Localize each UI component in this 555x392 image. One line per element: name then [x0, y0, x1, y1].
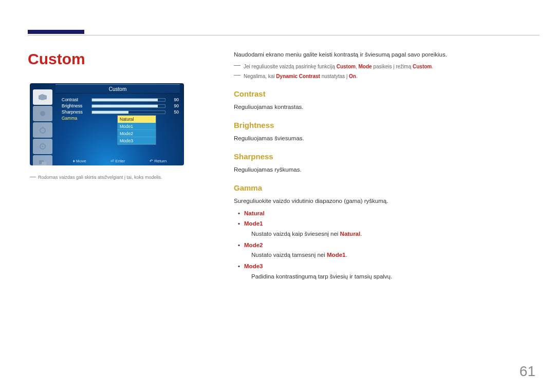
osd-label: Sharpness [62, 109, 91, 115]
osd-slider-fill [92, 105, 158, 107]
osd-slider [91, 104, 165, 108]
section-head-gamma: Gamma [234, 182, 534, 194]
bullet-dot-icon: • [238, 219, 240, 229]
gamma-bullet-mode2-desc: Nustato vaizdą tamsesnį nei Mode1. [238, 251, 534, 260]
svg-rect-6 [42, 162, 46, 165]
osd-gamma-dropdown: Natural Mode1 Mode2 Mode3 [117, 115, 156, 145]
osd-slider-fill [92, 111, 128, 114]
osd-hint-enter: ⏎ Enter [110, 159, 125, 163]
bullet-dot-icon: • [238, 262, 240, 271]
osd-label: Gamma [62, 116, 91, 121]
osd-tab-setup-icon [33, 139, 52, 154]
osd-value: 90 [169, 103, 179, 108]
osd-option: Natural [118, 116, 156, 123]
osd-row-sharpness: Sharpness 50 [62, 109, 179, 115]
osd-row-brightness: Brightness 90 [62, 103, 179, 109]
dash-icon: ― [234, 72, 240, 81]
gamma-bullet-mode1-desc: Nustato vaizdą kaip šviesesnį nei Natura… [238, 230, 534, 239]
osd-value: 50 [169, 109, 179, 115]
section-body-contrast: Reguliuojamas kontrastas. [234, 103, 534, 112]
osd-tab-timer-icon [33, 122, 52, 138]
bullet-dot-icon: • [238, 241, 240, 250]
svg-point-4 [42, 146, 44, 147]
dash-icon: ― [234, 63, 240, 71]
svg-point-0 [40, 111, 45, 116]
gamma-bullet-list: • Natural • Mode1 Nustato vaizdą kaip šv… [234, 209, 534, 282]
bullet-dot-icon: • [238, 209, 240, 218]
osd-slider [91, 110, 165, 114]
left-note: ― Rodomas vaizdas gali skirtis atsižvelg… [30, 175, 162, 180]
gamma-bullet-mode2: • Mode2 [238, 241, 534, 250]
section-head-brightness: Brightness [234, 119, 534, 131]
osd-sidebar [33, 89, 52, 165]
header-accent-bar [28, 30, 84, 34]
osd-tab-sound-icon [33, 106, 52, 121]
osd-option: Mode3 [118, 137, 156, 144]
osd-hint-return: ↶ Return [150, 159, 166, 163]
osd-option: Mode2 [118, 130, 156, 137]
osd-tab-picture-icon [33, 89, 52, 105]
osd-footer: ♦ Move ⏎ Enter ↶ Return [61, 159, 179, 163]
osd-hint-move: ♦ Move [73, 159, 86, 163]
gamma-bullet-mode3: • Mode3 [238, 262, 534, 271]
svg-point-1 [40, 128, 45, 133]
note-line-1: ― Jei reguliuosite vaizdą pasirinkę funk… [234, 63, 534, 71]
left-note-text: Rodomas vaizdas gali skirtis atsižvelgia… [38, 175, 162, 180]
osd-tab-multi-icon [33, 155, 52, 165]
section-head-contrast: Contrast [234, 88, 534, 100]
osd-value: 90 [169, 97, 179, 102]
note-text: Negalima, kai Dynamic Contrast nustatyta… [244, 72, 358, 81]
dash-icon: ― [30, 175, 36, 180]
section-body-sharpness: Reguliuojamas ryškumas. [234, 165, 534, 175]
page-title: Custom [28, 50, 85, 68]
gamma-bullet-mode1: • Mode1 [238, 219, 534, 229]
section-body-brightness: Reguliuojamas šviesumas. [234, 134, 534, 143]
osd-label: Brightness [62, 103, 91, 108]
content-column: Naudodami ekrano meniu galite keisti kon… [234, 50, 534, 284]
osd-row-contrast: Contrast 90 [62, 97, 179, 103]
osd-panel-title: Custom [55, 84, 180, 94]
note-line-2: ― Negalima, kai Dynamic Contrast nustaty… [234, 72, 534, 81]
osd-option: Mode1 [118, 123, 156, 130]
svg-rect-2 [42, 127, 43, 128]
page-number: 61 [520, 363, 535, 380]
osd-screenshot: Custom Contrast 90 Brightness 90 Sharpne… [30, 83, 184, 165]
gamma-bullet-natural: • Natural [238, 209, 534, 218]
header-divider [28, 35, 540, 35]
intro-text: Naudodami ekrano meniu galite keisti kon… [234, 50, 534, 60]
section-body-gamma: Sureguliuokite vaizdo vidutinio diapazon… [234, 197, 534, 206]
osd-slider-fill [92, 99, 158, 101]
osd-label: Contrast [62, 97, 91, 102]
note-text: Jei reguliuosite vaizdą pasirinkę funkci… [244, 63, 433, 71]
osd-slider [91, 98, 165, 102]
gamma-bullet-mode3-desc: Padidina kontrastingumą tarp šviesių ir … [238, 272, 534, 282]
section-head-sharpness: Sharpness [234, 151, 534, 162]
